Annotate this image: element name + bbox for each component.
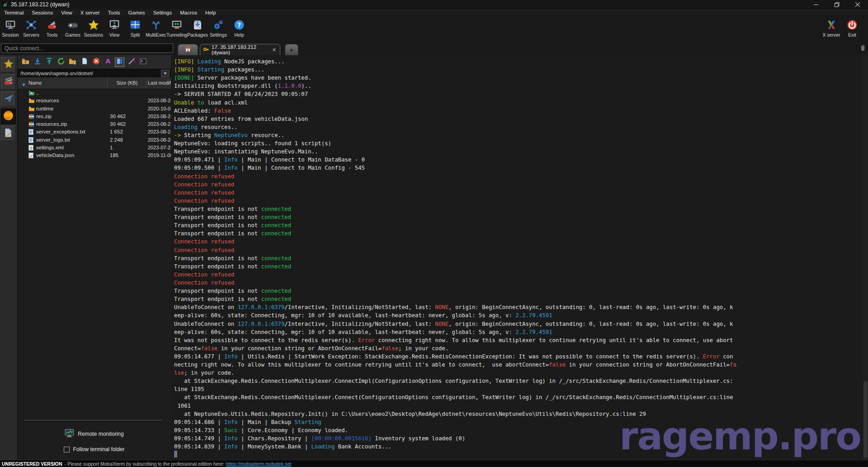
menu-item-tools[interactable]: Tools [104, 10, 124, 15]
toolbar-button-split[interactable]: Split [125, 19, 146, 38]
terminal-line: ACLEnabled: False [174, 107, 868, 115]
toolbar-button-exit[interactable]: Exit [842, 19, 863, 38]
file-toolbar-parent-folder-button[interactable] [21, 57, 30, 67]
terminal-line: [INFO] Starting packages... [174, 66, 868, 74]
upload-icon [45, 57, 53, 67]
file-toolbar-new-folder-button[interactable] [68, 57, 77, 67]
toolbar-button-tools[interactable]: Tools [42, 19, 62, 38]
tab-close-icon[interactable]: ✕ [271, 47, 277, 53]
terminal-line: necting right now. To allow this multipl… [174, 361, 868, 369]
multiexec-icon [150, 19, 162, 31]
column-size[interactable]: Size (KB) [109, 80, 145, 86]
file-row-resources-zip[interactable]: resources.zip30 4622023-08-24... [18, 120, 171, 128]
servers-icon [25, 19, 37, 31]
terminal-line: Connect=false in your connection string … [174, 344, 868, 353]
file-toolbar-download-button[interactable] [33, 57, 42, 67]
new-tab-button[interactable]: + [285, 44, 298, 55]
terminal-line: line 1195 [174, 385, 868, 393]
column-name[interactable]: Name [28, 80, 42, 86]
split-icon [129, 19, 141, 31]
terminal-output[interactable]: [INFO] Loading NodeJS packages...[INFO] … [171, 55, 868, 460]
file-toolbar-wand-button[interactable] [127, 57, 136, 67]
file-row-runtime[interactable]: runtime2020-10-03... [18, 105, 171, 113]
file-toolbar-open-terminal-button[interactable] [138, 57, 148, 67]
folder-icon [28, 98, 35, 104]
restore-button[interactable] [826, 0, 847, 9]
menu-item-x-server[interactable]: X server [76, 10, 104, 15]
menu-item-macros[interactable]: Macros [176, 10, 201, 15]
app-logo-icon [2, 1, 8, 8]
menu-item-help[interactable]: Help [201, 10, 220, 15]
menu-item-view[interactable]: View [57, 10, 76, 15]
terminal-line: Transport endpoint is not connected [174, 295, 868, 303]
sidebar-tab-sessions-star[interactable] [1, 57, 16, 72]
sidebar-tab-text-editor[interactable] [1, 126, 16, 141]
active-terminal-tab[interactable]: 17. 35.187.183.212 (dywan) ✕ [200, 44, 280, 55]
archive-icon [28, 121, 34, 128]
terminal-line: NeptuneEvo: loading scripts.. found 1 sc… [174, 139, 868, 148]
path-bar[interactable]: /home/dywan/ragemp-srv/dotnet/ [18, 69, 171, 78]
text-file-icon [28, 129, 33, 136]
file-toolbar-delete-button[interactable] [91, 57, 101, 67]
sessions-star-icon [3, 58, 14, 71]
menu-item-terminal[interactable]: Terminal [0, 10, 28, 15]
sidebar-tab-remote-globe[interactable] [1, 109, 16, 124]
file-toolbar-refresh-button[interactable] [56, 57, 66, 67]
file-row-resources[interactable]: resources2023-08-24... [18, 97, 171, 105]
toolbar-button-help[interactable]: ?Help [229, 19, 250, 38]
toolbar-button-sessions[interactable]: Sessions [83, 19, 104, 38]
file-row-res-zip[interactable]: res.zip30 4622023-08-24... [18, 113, 171, 120]
file-row--[interactable]: .. [18, 89, 171, 97]
toolbar-button-view[interactable]: View [104, 19, 125, 38]
terminal-scrollbar-thumb[interactable] [863, 381, 868, 458]
terminal-line: Initializing Bootstrapper.dll (1.1.0.0).… [174, 82, 868, 90]
terminal-line: at NeptuneEvo.Utils.Redis.Repository.Ini… [174, 410, 868, 418]
terminal-line: Connection refused [174, 238, 868, 246]
session-icon [5, 19, 16, 31]
home-tab[interactable] [178, 44, 198, 55]
path-dropdown-button[interactable] [161, 70, 170, 77]
toolbar-button-servers[interactable]: Servers [21, 19, 42, 38]
file-row-vehicledata-json[interactable]: vehicleData.json1852019-11-08... [18, 152, 171, 159]
follow-terminal-checkbox[interactable] [64, 447, 70, 453]
games-icon [67, 19, 79, 31]
file-row-server-exceptions-txt[interactable]: server_exceptions.txt1 6522023-08-24... [18, 128, 171, 136]
toolbar-button-packages[interactable]: Packages [187, 19, 208, 38]
paperclip-icon[interactable] [859, 44, 866, 54]
toolbar-button-tunneling[interactable]: Tunneling [166, 19, 187, 38]
remote-monitoring-button[interactable]: Remote monitoring [18, 429, 171, 439]
terminal-line: Transport endpoint is not connected [174, 213, 868, 221]
menu-item-settings[interactable]: Settings [149, 10, 176, 15]
menu-item-games[interactable]: Games [124, 10, 149, 15]
terminal-line: 09:05:14.686 | Info | Main | Backup Star… [174, 418, 868, 426]
current-path: /home/dywan/ragemp-srv/dotnet/ [20, 71, 93, 76]
terminal-line: Connection refused [174, 189, 868, 197]
toolbar-button-session[interactable]: Session [0, 19, 21, 38]
terminal-line: Connection refused [174, 197, 868, 205]
menu-item-sessions[interactable]: Sessions [28, 10, 57, 15]
minimize-button[interactable] [806, 0, 826, 9]
file-toolbar-new-file-button[interactable] [80, 57, 89, 67]
toolbar-button-settings[interactable]: Settings [208, 19, 229, 38]
file-toolbar-dual-panel-button[interactable] [115, 57, 124, 67]
toolbar-button-x-server[interactable]: X server [821, 19, 842, 38]
status-message: - Please support MobaXterm by subscribin… [65, 461, 224, 467]
toolbar-button-multiexec[interactable]: MultiExec [146, 19, 166, 38]
sidebar-tab-sftp-plane[interactable] [1, 91, 16, 107]
terminal-line: 09:05:14.839 | Info | MoneySystem.Bank |… [174, 443, 868, 451]
file-row-server-logs-txt[interactable]: server_logs.txt2 2482023-08-24... [18, 136, 171, 144]
open-terminal-icon [139, 57, 147, 67]
terminal-scrollbar[interactable] [863, 55, 868, 460]
file-row-settings-xml[interactable]: @settings.xml12023-07-29... [18, 144, 171, 152]
toolbar-button-games[interactable]: Games [62, 19, 83, 38]
sidebar-tab-tools-knife[interactable] [1, 74, 16, 90]
text-file-icon [28, 137, 33, 144]
file-toolbar-upload-button[interactable] [44, 57, 54, 67]
file-toolbar-rename-button[interactable]: A [103, 57, 113, 67]
close-button[interactable] [847, 0, 868, 9]
dual-panel-icon [116, 57, 123, 67]
terminal-line: [DONE] Server packages have been started… [174, 74, 868, 82]
terminal-line: 09:05:14.677 | Info | Utils.Redis | Star… [174, 353, 868, 361]
quick-connect-input[interactable]: Quick connect... [1, 43, 173, 53]
status-link[interactable]: https://mobaxterm.mobatek.net [226, 461, 292, 467]
